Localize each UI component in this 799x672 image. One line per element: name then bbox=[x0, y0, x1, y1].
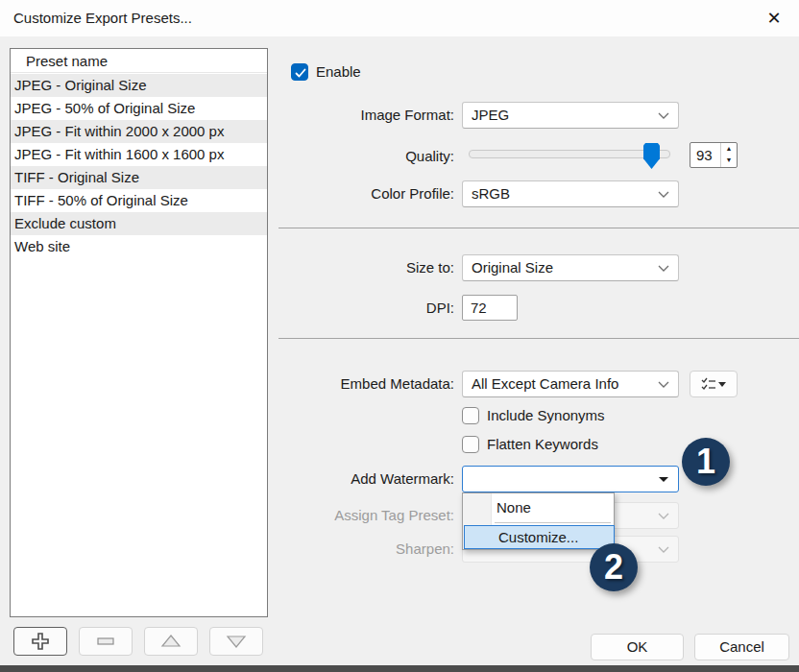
embed-metadata-dropdown[interactable]: All Except Camera Info bbox=[462, 371, 679, 397]
step-1-badge: 1 bbox=[682, 438, 730, 486]
size-to-dropdown[interactable]: Original Size bbox=[462, 254, 679, 281]
list-item[interactable]: TIFF - Original Size bbox=[11, 166, 267, 189]
quality-label: Quality: bbox=[253, 143, 454, 169]
quality-value: 93 bbox=[696, 143, 713, 167]
separator bbox=[278, 338, 799, 339]
remove-preset-button[interactable] bbox=[79, 627, 133, 656]
embed-metadata-label: Embed Metadata: bbox=[253, 371, 454, 397]
image-format-value: JPEG bbox=[472, 103, 509, 128]
list-item[interactable]: JPEG - Original Size bbox=[11, 74, 267, 97]
quality-slider-track[interactable] bbox=[469, 150, 670, 158]
size-to-value: Original Size bbox=[472, 255, 553, 280]
flatten-keywords-label: Flatten Keywords bbox=[487, 436, 598, 453]
chevron-down-icon bbox=[658, 112, 669, 119]
list-item[interactable]: Web site bbox=[11, 235, 267, 258]
dropdown-arrow-icon bbox=[659, 477, 668, 482]
list-item[interactable]: TIFF - 50% of Original Size bbox=[11, 189, 267, 212]
dpi-label: DPI: bbox=[253, 295, 454, 321]
minus-icon bbox=[95, 631, 116, 652]
chevron-down-icon bbox=[658, 546, 669, 553]
embed-metadata-value: All Except Camera Info bbox=[472, 372, 618, 396]
spin-down-icon[interactable]: ▼ bbox=[721, 155, 737, 166]
enable-checkbox[interactable] bbox=[291, 63, 308, 81]
window-bottom-edge bbox=[0, 665, 799, 672]
step-2-badge: 2 bbox=[590, 543, 638, 591]
add-preset-button[interactable] bbox=[13, 627, 67, 656]
size-to-label: Size to: bbox=[253, 254, 454, 281]
menu-item-none[interactable]: None bbox=[463, 495, 614, 520]
list-item[interactable]: JPEG - Fit within 1600 x 1600 px bbox=[11, 143, 267, 166]
chevron-down-icon bbox=[658, 191, 669, 198]
color-profile-value: sRGB bbox=[472, 181, 510, 206]
plus-icon bbox=[30, 631, 51, 652]
chevron-down-icon bbox=[658, 381, 669, 388]
chevron-down-icon bbox=[658, 513, 669, 519]
watermark-menu: None Customize... bbox=[462, 492, 615, 550]
color-profile-label: Color Profile: bbox=[253, 180, 454, 207]
ok-button[interactable]: OK bbox=[591, 634, 684, 660]
triangle-up-icon bbox=[160, 631, 182, 652]
cancel-button[interactable]: Cancel bbox=[694, 634, 789, 660]
add-watermark-label: Add Watermark: bbox=[253, 466, 454, 492]
menu-separator bbox=[495, 522, 611, 523]
chevron-down-icon bbox=[658, 265, 669, 272]
dpi-input[interactable] bbox=[462, 295, 518, 321]
include-synonyms-label: Include Synonyms bbox=[487, 407, 605, 424]
enable-label: Enable bbox=[316, 63, 361, 81]
image-format-label: Image Format: bbox=[253, 102, 454, 129]
sharpen-label: Sharpen: bbox=[253, 536, 454, 563]
close-icon: ✕ bbox=[766, 9, 781, 28]
image-format-dropdown[interactable]: JPEG bbox=[462, 102, 679, 129]
preset-list: Preset name JPEG - Original Size JPEG - … bbox=[10, 48, 268, 617]
flatten-keywords-checkbox[interactable] bbox=[462, 436, 479, 453]
move-up-button[interactable] bbox=[144, 627, 198, 656]
separator bbox=[278, 228, 799, 228]
add-watermark-dropdown[interactable] bbox=[462, 466, 679, 492]
assign-tag-preset-label: Assign Tag Preset: bbox=[253, 502, 454, 529]
window-title: Customize Export Presets... bbox=[13, 0, 192, 36]
list-item[interactable]: JPEG - Fit within 2000 x 2000 px bbox=[11, 120, 267, 143]
triangle-down-icon bbox=[226, 631, 247, 652]
quality-spinner[interactable]: 93 ▲ ▼ bbox=[690, 142, 738, 168]
color-profile-dropdown[interactable]: sRGB bbox=[462, 180, 679, 207]
metadata-presets-button[interactable] bbox=[690, 371, 738, 397]
menu-item-customize[interactable]: Customize... bbox=[464, 525, 615, 549]
spinner-arrows: ▲ ▼ bbox=[720, 143, 737, 167]
quality-slider-thumb[interactable] bbox=[643, 143, 660, 169]
include-synonyms-checkbox[interactable] bbox=[462, 407, 479, 424]
check-icon bbox=[292, 64, 309, 82]
close-button[interactable]: ✕ bbox=[757, 4, 791, 33]
list-item[interactable]: Exclude custom bbox=[11, 212, 267, 235]
preset-list-header: Preset name bbox=[11, 49, 267, 73]
spin-up-icon[interactable]: ▲ bbox=[721, 143, 737, 155]
list-item[interactable]: JPEG - 50% of Original Size bbox=[11, 97, 267, 120]
checklist-dropdown-icon bbox=[701, 377, 726, 392]
move-down-button[interactable] bbox=[209, 627, 263, 656]
